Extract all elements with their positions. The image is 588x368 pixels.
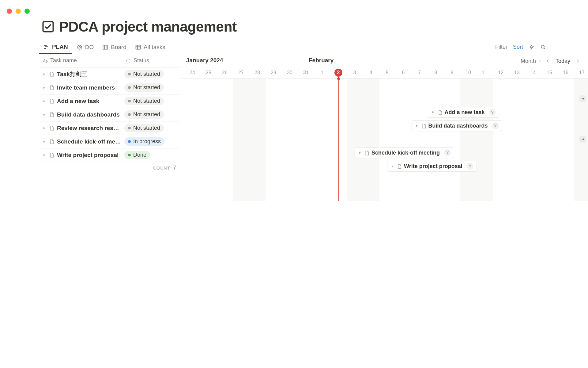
timeline-next-button[interactable] [575, 58, 581, 64]
status-badge[interactable]: In progress [124, 137, 164, 146]
tab-plan[interactable]: PLAN [39, 41, 72, 54]
tab-board[interactable]: Board [98, 40, 131, 54]
task-status-cell[interactable]: Done [121, 151, 180, 159]
search-icon[interactable] [540, 44, 546, 50]
task-name-cell[interactable]: Task打剑三 [39, 70, 121, 78]
expand-icon[interactable] [390, 164, 394, 168]
expand-icon[interactable] [42, 99, 47, 103]
timeline-today-button[interactable]: Today [554, 58, 572, 64]
timeline-prev-button[interactable] [545, 58, 551, 64]
task-status-cell[interactable]: In progress [121, 137, 180, 146]
expand-icon[interactable] [42, 72, 47, 76]
expand-icon[interactable] [42, 126, 47, 130]
zoom-window-button[interactable] [24, 9, 30, 14]
task-row[interactable]: Write project proposalDone [39, 148, 180, 162]
timeline-scale-button[interactable]: Month [521, 58, 542, 64]
timeline-event[interactable]: Add a new taskY [428, 107, 499, 118]
count-label: COUNT [153, 166, 170, 171]
page-icon [49, 71, 55, 77]
task-row[interactable]: Task打剑三Not started [39, 67, 180, 81]
status-text: Done [133, 152, 146, 158]
timeline-body[interactable]: Add a new taskYBuild data dashboardsYSch… [180, 79, 588, 201]
continues-right-icon[interactable] [579, 136, 586, 143]
status-badge[interactable]: Not started [124, 110, 164, 119]
column-name-header[interactable]: Task name [39, 57, 121, 64]
task-status-cell[interactable]: Not started [121, 83, 180, 92]
svg-rect-3 [44, 48, 46, 49]
tab-all-tasks[interactable]: All tasks [131, 40, 170, 54]
task-status-cell[interactable]: Not started [121, 70, 180, 78]
task-status-cell[interactable]: Not started [121, 124, 180, 132]
task-row[interactable]: Build data dashboardsNot started [39, 108, 180, 121]
day-tick: 31 [303, 70, 309, 75]
task-name-cell[interactable]: Add a new task [39, 98, 121, 105]
task-name: Invite team members [57, 84, 115, 91]
status-dot-icon [128, 86, 131, 89]
expand-icon[interactable] [431, 110, 435, 114]
today-marker-icon [337, 77, 340, 80]
timeline-event[interactable]: Schedule kick-off meetingY [355, 147, 454, 158]
assignee-avatar[interactable]: Y [492, 122, 499, 129]
svg-point-4 [77, 45, 81, 49]
status-badge[interactable]: Not started [124, 83, 164, 92]
status-text: Not started [133, 71, 160, 77]
target-icon [77, 44, 83, 50]
assignee-avatar[interactable]: Y [489, 109, 496, 116]
status-text: Not started [133, 84, 160, 91]
day-tick: 11 [482, 70, 487, 75]
task-name-cell[interactable]: Schedule kick-off meeting [39, 138, 121, 145]
timeline-toolbar: Month Today [521, 58, 588, 64]
day-tick: 24 [190, 70, 195, 75]
page-icon [49, 85, 55, 90]
task-row[interactable]: Schedule kick-off meetingIn progress [39, 135, 180, 148]
tab-label: PLAN [52, 44, 68, 50]
task-row[interactable]: Review research resultsNot started [39, 121, 180, 135]
day-tick: 4 [370, 70, 372, 75]
expand-icon[interactable] [415, 124, 419, 128]
timeline-days-row: 2425262728293031123456789101112131415161… [180, 68, 588, 79]
event-name: Schedule kick-off meeting [371, 150, 440, 156]
timeline-event[interactable]: Build data dashboardsY [412, 120, 502, 131]
tab-do[interactable]: DO [72, 40, 98, 54]
continues-right-icon[interactable] [579, 95, 586, 102]
status-badge[interactable]: Done [124, 151, 150, 159]
assignee-avatar[interactable]: Y [444, 149, 451, 156]
assignee-avatar[interactable]: Y [467, 163, 473, 170]
expand-icon[interactable] [358, 151, 362, 155]
day-tick: 16 [563, 70, 568, 75]
column-status-header[interactable]: Status [121, 57, 180, 64]
status-badge[interactable]: Not started [124, 124, 164, 132]
task-status-cell[interactable]: Not started [121, 110, 180, 119]
expand-icon[interactable] [42, 140, 47, 144]
task-row[interactable]: Invite team membersNot started [39, 81, 180, 94]
status-badge[interactable]: Not started [124, 70, 164, 78]
automations-icon[interactable] [529, 44, 535, 50]
task-name-cell[interactable]: Review research results [39, 125, 121, 132]
filter-button[interactable]: Filter [495, 44, 507, 50]
page-icon [364, 150, 369, 155]
day-tick: 25 [206, 70, 211, 75]
expand-icon[interactable] [42, 86, 47, 90]
timeline-header: January 2024February Month Today [180, 54, 588, 68]
status-badge[interactable]: Not started [124, 97, 164, 105]
sort-button[interactable]: Sort [513, 44, 523, 50]
month-label: February [309, 57, 334, 64]
day-tick: 17 [579, 70, 585, 75]
expand-icon[interactable] [42, 113, 47, 117]
status-dot-icon [128, 154, 131, 156]
task-status-cell[interactable]: Not started [121, 97, 180, 105]
task-name-cell[interactable]: Invite team members [39, 84, 121, 91]
task-name-cell[interactable]: Build data dashboards [39, 111, 121, 118]
close-window-button[interactable] [7, 9, 12, 14]
page-icon [41, 20, 55, 33]
expand-icon[interactable] [42, 153, 47, 157]
task-name-cell[interactable]: Write project proposal [39, 152, 121, 159]
task-row[interactable]: Add a new taskNot started [39, 94, 180, 108]
minimize-window-button[interactable] [16, 9, 21, 14]
timeline-event[interactable]: Write project proposalY [387, 161, 477, 172]
status-text: Not started [133, 98, 160, 104]
status-text: Not started [133, 111, 160, 118]
event-name: Build data dashboards [428, 123, 488, 129]
svg-point-13 [541, 45, 544, 48]
row-count: COUNT 7 [39, 162, 180, 174]
